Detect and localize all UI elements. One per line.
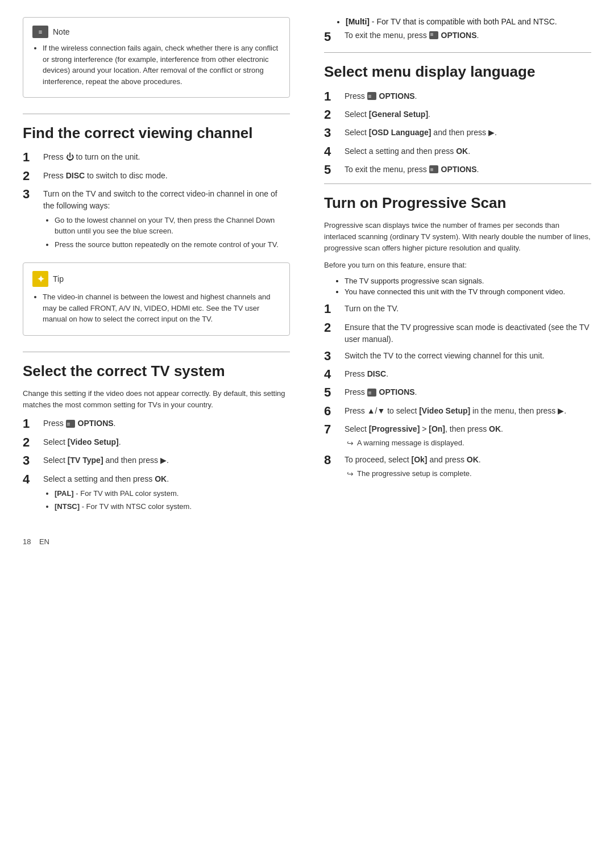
note-list: If the wireless connection fails again, … [32,43,280,87]
tip-header: ✦ Tip [32,271,280,287]
step-tv-content-5: To exit the menu, press OPTIONS. [345,30,591,40]
step-tv-content-1: Press OPTIONS. [43,416,290,429]
multi-bullet-container: [Multi] - For TV that is compatible with… [324,17,591,26]
note-label: Note [53,27,70,36]
step-prog-num-4: 4 [324,367,342,382]
step-tv-1: 1 Press OPTIONS. [23,416,290,431]
section-title-language: Select menu display language [324,63,591,81]
step-prog-content-7: Select [Progressive] > [On], then press … [345,422,591,449]
step-prog-num-5: 5 [324,385,342,400]
step-tv-4-pal: [PAL] - For TV with PAL color system. [55,488,290,499]
multi-bullet-list: [Multi] - For TV that is compatible with… [334,17,591,26]
step-tv-num-4: 4 [23,472,41,487]
step-prog-num-7: 7 [324,422,342,437]
step-prog-content-2: Ensure that the TV progressive scan mode… [345,320,591,345]
right-column: [Multi] - For TV that is compatible with… [318,17,591,520]
progressive-intro: Progressive scan displays twice the numb… [324,220,591,254]
steps-tv-system: 1 Press OPTIONS. 2 Select [Video Setup].… [23,416,290,514]
page-footer: 18 EN [23,537,591,546]
section-title-progressive: Turn on Progressive Scan [324,194,591,212]
step-tv-num-2: 2 [23,435,41,450]
step-lang-3: 3 Select [OSD Language] and then press ▶… [324,126,591,140]
note-item: If the wireless connection fails again, … [43,43,280,87]
page-number: 18 EN [23,537,49,546]
step-lang-2: 2 Select [General Setup]. [324,107,591,122]
progressive-prereqs: The TV supports progressive scan signals… [324,277,591,296]
step-prog-5: 5 Press OPTIONS. [324,385,591,400]
tip-icon-symbol: ✦ [37,274,44,285]
page-num-value: 18 [23,537,31,546]
options-icon-lang1 [367,92,376,100]
step-prog-2: 2 Ensure that the TV progressive scan mo… [324,320,591,345]
progressive-intro2: Before you turn on this feature, ensure … [324,260,591,271]
step-prog-num-6: 6 [324,404,342,419]
tip-icon: ✦ [32,271,48,287]
step-find-3-sub1: Go to the lowest channel on your TV, the… [55,215,290,237]
step-num-1: 1 [23,150,41,165]
step-find-3-sub2: Press the source button repeatedly on th… [55,239,290,251]
options-icon-tv5 [429,31,438,39]
step-content-2: Press DISC to switch to disc mode. [43,169,290,182]
tip-box: ✦ Tip The video-in channel is between th… [23,262,290,336]
step-lang-content-2: Select [General Setup]. [345,107,591,120]
section-divider-language [324,52,591,53]
tip-label: Tip [53,274,64,283]
step-lang-content-4: Select a setting and then press OK. [345,144,591,157]
step-tv-4-ntsc: [NTSC] - For TV with NTSC color system. [55,501,290,512]
step-tv-content-3: Select [TV Type] and then press ▶. [43,453,290,466]
step-lang-num-5: 5 [324,162,342,177]
step-num-2: 2 [23,169,41,183]
note-icon: ≡ [32,26,48,38]
step-tv-num-1: 1 [23,416,41,431]
step-prog-content-3: Switch the TV to the correct viewing cha… [345,349,591,362]
step-lang-content-3: Select [OSD Language] and then press ▶. [345,126,591,139]
step-content-1: Press ⏻ to turn on the unit. [43,150,290,163]
step-prog-1: 1 Turn on the TV. [324,302,591,316]
arrow-sym-8: ↪ [347,468,354,480]
multi-bullet-item: [Multi] - For TV that is compatible with… [346,17,591,26]
steps-progressive: 1 Turn on the TV. 2 Ensure that the TV p… [324,302,591,480]
step-prog-4: 4 Press DISC. [324,367,591,382]
step-tv-content-4: Select a setting and then press OK. [PAL… [43,472,290,515]
prog-7-sub-text: A warning message is displayed. [357,437,464,449]
page-lang: EN [39,537,49,546]
step-prog-content-5: Press OPTIONS. [345,385,591,398]
prereq-1: The TV supports progressive scan signals… [345,277,591,285]
step-prog-content-4: Press DISC. [345,367,591,380]
note-header: ≡ Note [32,26,280,38]
step-prog-content-6: Press ▲/▼ to select [Video Setup] in the… [345,404,591,417]
step-find-1: 1 Press ⏻ to turn on the unit. [23,150,290,165]
step-lang-num-2: 2 [324,107,342,122]
tip-list: The video-in channel is between the lowe… [32,291,280,325]
section-divider-progressive [324,183,591,184]
options-icon-tv1 [66,420,75,428]
step-tv-5-row: 5 To exit the menu, press OPTIONS. [324,30,591,44]
step-lang-4: 4 Select a setting and then press OK. [324,144,591,159]
step-lang-content-1: Press OPTIONS. [345,89,591,102]
prog-8-subarrow: ↪ The progressive setup is complete. [345,468,591,480]
step-prog-8: 8 To proceed, select [Ok] and press OK. … [324,453,591,480]
step-lang-num-3: 3 [324,126,342,140]
step-prog-3: 3 Switch the TV to the correct viewing c… [324,349,591,364]
options-icon-prog5 [367,389,376,397]
step-prog-content-8: To proceed, select [Ok] and press OK. ↪ … [345,453,591,480]
note-box: ≡ Note If the wireless connection fails … [23,17,290,98]
section-divider-find [23,114,290,114]
prog-8-sub-text: The progressive setup is complete. [357,468,472,479]
section-divider-tv-system [23,352,290,352]
step-prog-num-1: 1 [324,302,342,316]
tip-item-1: The video-in channel is between the lowe… [43,291,280,325]
step-num-3: 3 [23,187,41,202]
step-prog-num-3: 3 [324,349,342,364]
step-tv-3: 3 Select [TV Type] and then press ▶. [23,453,290,468]
tv-system-intro: Change this setting if the video does no… [23,388,290,411]
section-title-find: Find the correct viewing channel [23,124,290,142]
options-icon-lang5 [429,165,438,173]
step-content-3: Turn on the TV and switch to the correct… [43,187,290,253]
step-lang-1: 1 Press OPTIONS. [324,89,591,104]
prog-7-subarrow: ↪ A warning message is displayed. [345,437,591,449]
step-find-3: 3 Turn on the TV and switch to the corre… [23,187,290,253]
step-tv-num-3: 3 [23,453,41,468]
left-column: ≡ Note If the wireless connection fails … [23,17,296,520]
step-prog-num-2: 2 [324,320,342,335]
